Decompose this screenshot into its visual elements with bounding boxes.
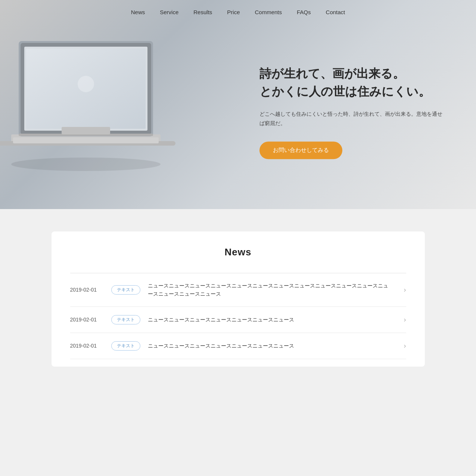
news-date: 2019-02-01 [70,317,104,323]
hero-content: 詩が生れて、画が出来る。 とかくに人の世は住みにくい。 どこへ越しても住みにくい… [259,65,446,159]
nav-item-comments[interactable]: Comments [255,9,282,15]
hero-section: 詩が生れて、画が出来る。 とかくに人の世は住みにくい。 どこへ越しても住みにくい… [0,0,476,209]
news-tag: テキスト [111,285,140,295]
nav-item-service[interactable]: Service [160,9,178,15]
main-nav: NewsServiceResultsPriceCommentsFAQsConta… [0,0,476,24]
svg-point-0 [11,158,161,171]
news-tag: テキスト [111,315,140,324]
news-text: ニュースニュースニュースニュースニュースニュースニュース [148,342,393,350]
news-section: News 2019-02-01テキストニュースニュースニュースニュースニュースニ… [0,209,476,389]
news-item[interactable]: 2019-02-01テキストニュースニュースニュースニュースニュースニュースニュ… [70,307,406,333]
news-item[interactable]: 2019-02-01テキストニュースニュースニュースニュースニュースニュースニュ… [70,333,406,359]
nav-item-price[interactable]: Price [227,9,240,15]
nav-item-results[interactable]: Results [193,9,212,15]
news-date: 2019-02-01 [70,287,104,293]
news-text: ニュースニュースニュースニュースニュースニュースニュースニュースニュースニュース… [148,281,393,298]
laptop-illustration [0,19,183,175]
nav-item-news[interactable]: News [131,9,145,15]
hero-title: 詩が生れて、画が出来る。 とかくに人の世は住みにくい。 [259,65,446,100]
news-text: ニュースニュースニュースニュースニュースニュースニュース [148,315,393,324]
hero-description: どこへ越しても住みにくいと悟った時、詩が生れて、画が出来る。意地を通せば窮屈だ。 [259,109,446,128]
news-arrow-icon: › [404,342,406,350]
cta-button[interactable]: お問い合わせしてみる [259,142,342,159]
news-arrow-icon: › [404,286,406,294]
news-date: 2019-02-01 [70,343,104,349]
svg-rect-10 [62,127,110,134]
nav-item-contact[interactable]: Contact [326,9,345,15]
news-arrow-icon: › [404,316,406,324]
svg-rect-9 [13,137,159,143]
news-item[interactable]: 2019-02-01テキストニュースニュースニュースニュースニュースニュースニュ… [70,273,406,307]
news-heading: News [70,246,406,258]
nav-item-faqs[interactable]: FAQs [297,9,311,15]
svg-point-7 [78,76,94,92]
news-tag: テキスト [111,341,140,351]
news-card: News 2019-02-01テキストニュースニュースニュースニュースニュースニ… [52,231,425,367]
